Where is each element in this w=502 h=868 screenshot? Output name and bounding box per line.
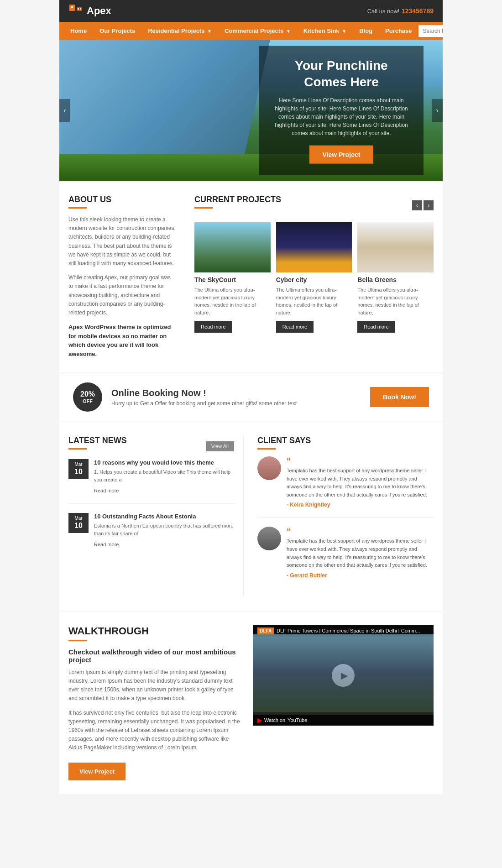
booking-text: Online Booking Now ! Hurry up to Get a O… [111,388,361,407]
walkthrough-view-project-button[interactable]: View Project [68,763,126,780]
book-now-button[interactable]: Book Now! [370,387,429,407]
video-container: DLFA DLF Prime Towers | Commercial Space… [253,625,434,726]
walkthrough-text: WALKTHROUGH Checkout walkthrough video o… [68,625,244,780]
booking-title: Online Booking Now ! [111,388,361,398]
nav-our-projects[interactable]: Our Projects [93,22,141,40]
news-read-more-1[interactable]: Read more [94,488,119,493]
hero-overlay: Your Punchline Comes Here Here Some Line… [259,46,424,175]
project-name-2: Cyber city [276,276,352,283]
logo-text: Apex [87,5,111,17]
hero-view-project-button[interactable]: View Project [309,145,373,163]
project-card-3: Bella Greens The Ultima offers you ultra… [357,222,434,333]
news-date-2: Mar 10 [68,513,89,533]
testimonial-content-2: " Templatic has the best support of any … [287,527,434,578]
project-name-3: Bella Greens [357,276,434,283]
news-date-1: Mar 10 [68,459,89,479]
dropdown-arrow: ▼ [207,29,212,34]
testimonial-name-2: - Gerard Buttler [287,572,434,579]
project-read-more-3[interactable]: Read more [357,321,395,333]
avatar-1 [257,456,281,480]
dropdown-arrow3: ▼ [342,29,346,34]
project-desc-2: The Ultima offers you ultra-modern yet g… [276,286,352,316]
svg-rect-3 [78,8,79,10]
hero-prev-button[interactable]: ‹ [59,99,70,122]
news-read-more-2[interactable]: Read more [94,542,119,547]
project-read-more-1[interactable]: Read more [194,321,232,333]
about-projects-section: ABOUT US Use this sleek looking theme to… [59,181,443,372]
projects-grid: The SkyCourt The Ultima offers you ultra… [194,222,434,333]
discount-label: OFF [83,398,93,404]
hero-background: ‹ Your Punchline Comes Here Here Some Li… [59,40,443,181]
walkthrough-section: WALKTHROUGH Checkout walkthrough video o… [59,612,443,794]
booking-description: Hurry up to Get a Offer for booking and … [111,400,361,407]
nav-commercial[interactable]: Commercial Projects ▼ [218,22,297,40]
nav-kitchen-sink[interactable]: Kitchen Sink ▼ [297,22,353,40]
discount-badge: 20% OFF [73,382,102,412]
news-client-section: LATEST NEWS View All Mar 10 10 reasons w… [59,422,443,611]
quote-mark-1: " [287,456,291,466]
news-item-2: Mar 10 10 Outstanding Facts About Estoni… [68,513,234,557]
search-form: 🔍 [418,25,443,37]
nav-purchase[interactable]: Purchase [379,22,418,40]
testimonial-text-2: Templatic has the best support of any wo… [287,537,434,569]
about-title: ABOUT US [68,195,176,204]
watch-on-label: Watch on [264,717,285,723]
news-item-1: Mar 10 10 reasons why you would love thi… [68,459,234,504]
news-content-1: 10 reasons why you would love this theme… [94,459,234,494]
nav-home[interactable]: Home [64,22,93,40]
walkthrough-subtitle: Checkout walkthrough video of our most a… [68,648,244,664]
view-all-button[interactable]: View All [206,441,234,451]
projects-header: CURRENT PROJECTS ‹ › [194,195,434,215]
news-month-2: Mar [74,515,82,521]
about-column: ABOUT US Use this sleek looking theme to… [68,195,185,358]
about-text-1: Use this sleek looking theme to create a… [68,215,176,268]
news-day-2: 10 [74,521,83,531]
project-image-2 [276,222,352,272]
news-day-1: 10 [74,467,83,477]
svg-rect-1 [71,6,73,8]
booking-banner: 20% OFF Online Booking Now ! Hurry up to… [59,373,443,421]
nav-blog[interactable]: Blog [353,22,379,40]
current-projects-title: CURRENT PROJECTS [194,195,281,204]
walkthrough-underline [68,640,87,641]
news-content-2: 10 Outstanding Facts About Estonia Eston… [94,513,234,548]
project-image-1 [194,222,271,272]
about-text-bold: Apex WordPress theme is optimized for mo… [68,323,176,358]
youtube-label: YouTube [288,717,307,723]
client-underline [257,448,276,450]
dropdown-arrow2: ▼ [286,29,291,34]
project-image-3 [357,222,434,272]
logo-icon [68,4,83,18]
news-underline [68,448,87,450]
hero-next-button[interactable]: › [432,99,443,122]
about-underline [68,207,87,209]
youtube-bar: ▶ Watch on YouTube [253,715,434,726]
youtube-logo-icon: ▶ [257,717,262,724]
hero-description: Here Some Lines Of Description comes abo… [273,96,410,137]
testimonial-text-1: Templatic has the best support of any wo… [287,467,434,499]
main-nav: Home Our Projects Residential Projects ▼… [59,22,443,40]
news-header: LATEST NEWS View All [68,436,234,456]
project-name-1: The SkyCourt [194,276,271,283]
client-column: CLIENT SAYS " Templatic has the best sup… [257,436,434,597]
walkthrough-desc-2: It has survived not only five centuries,… [68,709,244,753]
projects-nav: ‹ › [412,200,434,210]
discount-percent: 20% [80,390,95,398]
svg-rect-2 [77,7,82,11]
news-excerpt-2: Estonia is a Northern European country t… [94,522,234,537]
video-title-text: DLF Prime Towers | Commercial Space in S… [277,628,420,633]
news-title-2: 10 Outstanding Facts About Estonia [94,513,234,520]
search-input[interactable] [418,25,443,37]
project-read-more-2[interactable]: Read more [276,321,314,333]
news-column: LATEST NEWS View All Mar 10 10 reasons w… [68,436,244,597]
projects-prev-button[interactable]: ‹ [412,200,422,210]
svg-rect-4 [80,8,81,10]
walkthrough-video: DLFA DLF Prime Towers | Commercial Space… [253,625,434,780]
call-info: Call us now! 123456789 [367,7,434,15]
nav-residential[interactable]: Residential Projects ▼ [141,22,218,40]
news-title-1: 10 reasons why you would love this theme [94,459,234,466]
hero-section: ‹ Your Punchline Comes Here Here Some Li… [59,40,443,181]
video-background [253,634,434,712]
projects-underline [194,207,213,209]
projects-next-button[interactable]: › [424,200,434,210]
